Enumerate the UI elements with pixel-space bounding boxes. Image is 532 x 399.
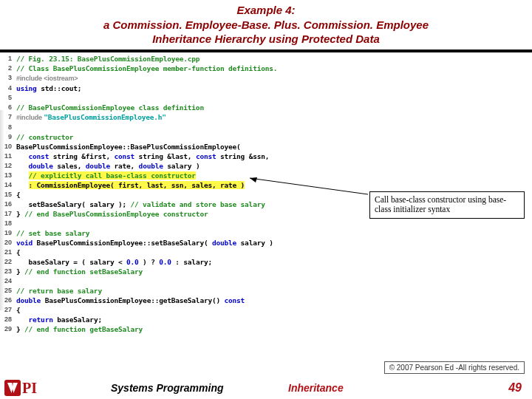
code-content: return baseSalary;	[16, 315, 102, 324]
line-number: 9	[3, 132, 16, 142]
logo-badge-icon	[4, 380, 21, 396]
callout-text: Call base-class constructor using base-c…	[375, 195, 506, 214]
line-number: 23	[3, 267, 16, 276]
line-number: 5	[3, 93, 16, 103]
title-line-1: Example 4:	[0, 3, 532, 18]
code-content: {	[16, 248, 21, 257]
code-content: // return base salary	[16, 286, 102, 296]
line-number: 3	[3, 73, 16, 83]
line-number: 20	[3, 238, 16, 248]
code-line: 27{	[3, 305, 532, 315]
code-content: } // end function setBaseSalary	[16, 267, 143, 276]
title-line-3: Inheritance Hierarchy using Protected Da…	[0, 32, 532, 47]
code-line: 9// constructor	[3, 132, 532, 142]
code-line: 20void BasePlusCommissionEmployee::setBa…	[3, 238, 532, 248]
code-content: // explicitly call base-class constructo…	[16, 171, 196, 180]
code-line: 29} // end function getBaseSalary	[3, 324, 532, 334]
code-line: 21{	[3, 248, 532, 257]
code-line: 12 double sales, double rate, double sal…	[3, 161, 532, 171]
code-content: } // end BasePlusCommissionEmployee cons…	[16, 209, 208, 219]
line-number: 14	[3, 180, 16, 190]
code-content: void BasePlusCommissionEmployee::setBase…	[16, 238, 273, 248]
code-content: baseSalary = ( salary < 0.0 ) ? 0.0 : sa…	[16, 257, 212, 267]
code-line: 7#include "BasePlusCommissionEmployee.h"	[3, 112, 532, 123]
line-number: 21	[3, 248, 16, 257]
code-content: using std::cout;	[16, 83, 81, 93]
slide-footer: PI Systems Programming Inheritance 49	[0, 377, 532, 399]
copyright-notice: © 2007 Pearson Ed -All rights reserved.	[384, 361, 525, 374]
code-line: 8	[3, 123, 532, 132]
line-number: 18	[3, 219, 16, 228]
code-content: // set base salary	[16, 228, 89, 238]
code-content: // constructor	[16, 132, 73, 142]
line-number: 12	[3, 161, 16, 171]
line-number: 17	[3, 209, 16, 219]
code-content: : CommissionEmployee( first, last, ssn, …	[16, 180, 245, 190]
code-line: 3#include <iostream>	[3, 73, 532, 83]
callout-box: Call base-class constructor using base-c…	[369, 191, 525, 219]
code-line: 2// Class BasePlusCommissionEmployee mem…	[3, 64, 532, 73]
line-number: 15	[3, 190, 16, 200]
code-line: 22 baseSalary = ( salary < 0.0 ) ? 0.0 :…	[3, 257, 532, 267]
code-content: {	[16, 305, 21, 315]
shadow-decoration	[0, 110, 4, 310]
logo-text: PI	[22, 380, 37, 397]
code-content: BasePlusCommissionEmployee::BasePlusComm…	[16, 142, 245, 151]
line-number: 2	[3, 64, 16, 73]
code-content: {	[16, 190, 29, 200]
code-line: 28 return baseSalary;	[3, 315, 532, 324]
code-line: 26double BasePlusCommissionEmployee::get…	[3, 296, 532, 305]
page-number: 49	[508, 381, 522, 395]
line-number: 16	[3, 200, 16, 209]
code-line: 11 const string &first, const string &la…	[3, 151, 532, 161]
code-content: // BasePlusCommissionEmployee class defi…	[16, 103, 204, 112]
code-content: #include "BasePlusCommissionEmployee.h"	[16, 112, 166, 123]
line-number: 7	[3, 112, 16, 123]
wpi-logo: PI	[4, 380, 37, 397]
line-number: 19	[3, 228, 16, 238]
line-number: 8	[3, 123, 16, 132]
line-number: 10	[3, 142, 16, 151]
code-line: 18	[3, 219, 532, 228]
code-line: 13 // explicitly call base-class constru…	[3, 171, 532, 180]
code-content: setBaseSalary( salary ); // validate and…	[16, 200, 265, 209]
code-listing: 1// Fig. 23.15: BasePlusCommissionEmploy…	[0, 52, 532, 334]
code-line: 5	[3, 93, 532, 103]
footer-course: Systems Programming	[111, 382, 224, 394]
code-content: } // end function getBaseSalary	[16, 324, 143, 334]
line-number: 26	[3, 296, 16, 305]
title-line-2: a Commission. Employee-Base. Plus. Commi…	[0, 18, 532, 33]
line-number: 11	[3, 151, 16, 161]
code-content: // Fig. 23.15: BasePlusCommissionEmploye…	[16, 54, 200, 64]
line-number: 1	[3, 54, 16, 64]
code-line: 24	[3, 276, 532, 286]
code-content: double BasePlusCommissionEmployee::getBa…	[16, 296, 245, 305]
code-content: #include <iostream>	[16, 73, 78, 83]
line-number: 4	[3, 83, 16, 93]
line-number: 13	[3, 171, 16, 180]
code-line: 19// set base salary	[3, 228, 532, 238]
code-line: 1// Fig. 23.15: BasePlusCommissionEmploy…	[3, 54, 532, 64]
slide-header: Example 4: a Commission. Employee-Base. …	[0, 0, 532, 48]
code-line: 25// return base salary	[3, 286, 532, 296]
code-content: // Class BasePlusCommissionEmployee memb…	[16, 64, 277, 73]
line-number: 24	[3, 276, 16, 286]
code-line: 4using std::cout;	[3, 83, 532, 93]
code-content: double sales, double rate, double salary…	[16, 161, 200, 171]
code-line: 14 : CommissionEmployee( first, last, ss…	[3, 180, 532, 190]
line-number: 27	[3, 305, 16, 315]
line-number: 28	[3, 315, 16, 324]
footer-topic: Inheritance	[288, 382, 344, 394]
code-content: const string &first, const string &last,…	[16, 151, 273, 161]
line-number: 25	[3, 286, 16, 296]
code-line: 23} // end function setBaseSalary	[3, 267, 532, 276]
code-line: 6// BasePlusCommissionEmployee class def…	[3, 103, 532, 112]
line-number: 6	[3, 103, 16, 112]
line-number: 22	[3, 257, 16, 267]
code-line: 10BasePlusCommissionEmployee::BasePlusCo…	[3, 142, 532, 151]
line-number: 29	[3, 324, 16, 334]
